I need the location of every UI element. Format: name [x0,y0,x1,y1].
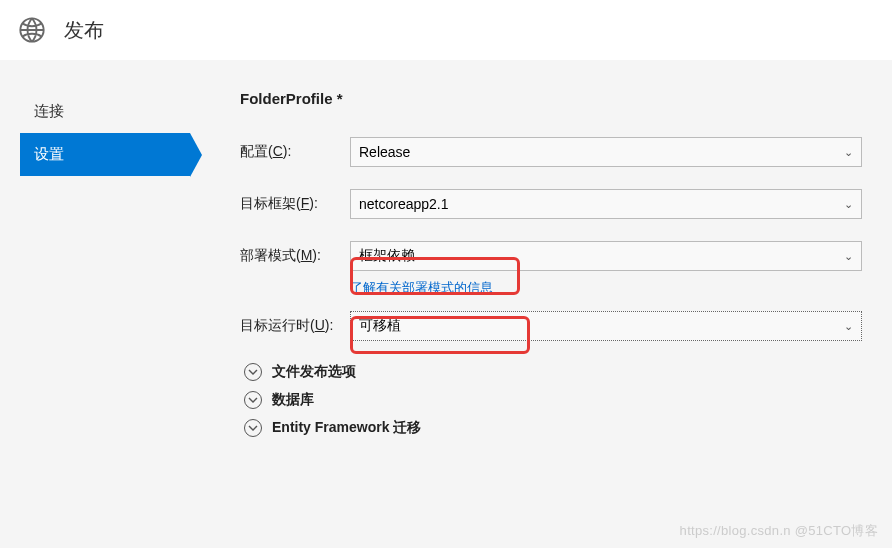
expandable-label: Entity Framework 迁移 [272,419,421,437]
select-deploy-mode[interactable]: 框架依赖 ⌄ [350,241,862,271]
expandable-database[interactable]: 数据库 [244,391,862,409]
expandable-label: 文件发布选项 [272,363,356,381]
row-target-framework: 目标框架(F): netcoreapp2.1 ⌄ [240,189,862,219]
chevron-down-icon [244,363,262,381]
expandable-ef-migrations[interactable]: Entity Framework 迁移 [244,419,862,437]
globe-icon [18,16,46,44]
select-configuration[interactable]: Release ⌄ [350,137,862,167]
label-target-framework: 目标框架(F): [240,195,350,213]
sidebar-item-connection[interactable]: 连接 [26,90,190,133]
chevron-down-icon: ⌄ [844,250,853,263]
chevron-down-icon: ⌄ [844,198,853,211]
select-value: netcoreapp2.1 [359,196,449,212]
chevron-down-icon: ⌄ [844,146,853,159]
link-deploy-mode-info[interactable]: 了解有关部署模式的信息 [350,279,862,297]
expandable-label: 数据库 [272,391,314,409]
page-title: 发布 [64,17,104,44]
select-target-runtime[interactable]: 可移植 ⌄ [350,311,862,341]
select-value: 可移植 [359,317,401,335]
main: FolderProfile * 配置(C): Release ⌄ 目标框架(F)… [190,90,892,447]
profile-title: FolderProfile * [240,90,862,107]
row-target-runtime: 目标运行时(U): 可移植 ⌄ [240,311,862,341]
label-configuration: 配置(C): [240,143,350,161]
expandable-file-publish-options[interactable]: 文件发布选项 [244,363,862,381]
chevron-down-icon [244,419,262,437]
label-target-runtime: 目标运行时(U): [240,317,350,335]
chevron-down-icon: ⌄ [844,320,853,333]
select-value: Release [359,144,410,160]
sidebar-item-label: 设置 [34,145,64,162]
chevron-down-icon [244,391,262,409]
select-value: 框架依赖 [359,247,415,265]
sidebar-item-label: 连接 [34,102,64,119]
select-target-framework[interactable]: netcoreapp2.1 ⌄ [350,189,862,219]
label-deploy-mode: 部署模式(M): [240,247,350,265]
sidebar: 连接 设置 [0,90,190,447]
watermark: https://blog.csdn.n @51CTO博客 [680,522,878,540]
header: 发布 [0,0,892,60]
body: 连接 设置 FolderProfile * 配置(C): Release ⌄ 目… [0,60,892,447]
sidebar-item-settings[interactable]: 设置 [20,133,190,176]
row-configuration: 配置(C): Release ⌄ [240,137,862,167]
row-deploy-mode: 部署模式(M): 框架依赖 ⌄ [240,241,862,271]
